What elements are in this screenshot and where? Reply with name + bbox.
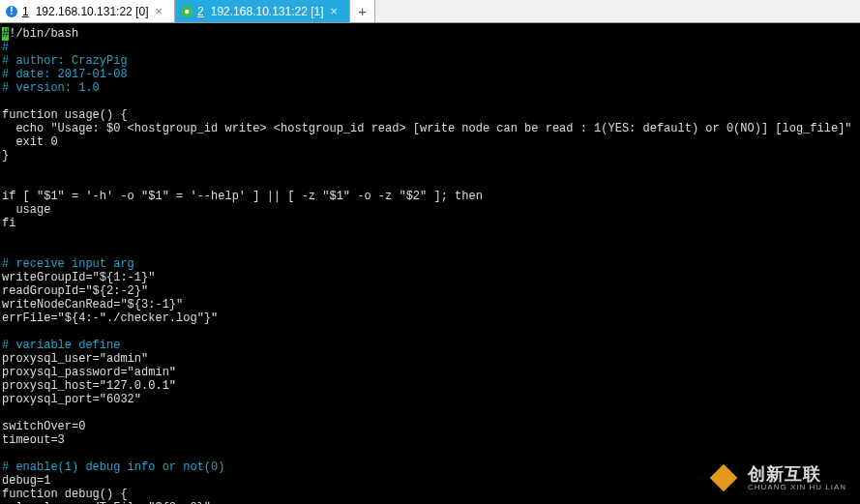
close-icon[interactable]: × [153,4,164,18]
code-line: # variable define [2,339,120,352]
status-dot-icon: ! [6,6,17,17]
tab-1[interactable]: ! 1 192.168.10.131:22 [0] × [0,0,175,22]
code-line: } [2,149,9,163]
code-line: # version: 1.0 [2,81,100,95]
code-line: if [ "$1" = '-h' -o "$1" = '--help' ] ||… [2,190,483,203]
code-line: proxysql_user="admin" [2,352,148,366]
tab-index: 2 [197,5,204,18]
code-line: writeGroupId="${1:-1}" [2,271,155,284]
code-line: exit 0 [2,135,58,149]
tab-index: 1 [22,5,29,18]
code-line: function usage() { [2,108,128,122]
code-line: switchOver=0 [2,420,85,433]
tab-label: 192.168.10.131:22 [1] [211,5,324,18]
code-line: # enable(1) debug info or not(0) [2,460,224,474]
watermark-logo: 创新互联 CHUANG XIN HU LIAN [707,461,846,494]
code-line: usage [2,203,50,217]
code-line: timeout=3 [2,433,65,447]
close-icon[interactable]: × [329,4,341,18]
code-line: fi [2,217,15,230]
code-line: # receive input arg [2,257,134,271]
code-line: proxysql_host="127.0.0.1" [2,379,176,393]
status-dot-icon: ● [181,6,193,17]
code-line: proxysql_password="admin" [2,366,176,379]
code-line: !/bin/bash [9,27,78,41]
tab-label: 192.168.10.131:22 [0] [36,5,149,18]
code-line: debug=1 [2,474,50,488]
code-line: # [2,41,9,54]
terminal-output[interactable]: #!/bin/bash # # author: CrazyPig # date:… [0,23,860,504]
logo-icon [707,461,740,494]
code-line: proxysql_port="6032" [2,393,141,406]
code-line: writeNodeCanRead="${3:-1}" [2,298,183,311]
code-line: errFile="${4:-"./checker.log"}" [2,311,218,325]
code-line: # author: CrazyPig [2,54,128,68]
code-line: function debug() { [2,488,128,501]
code-line: # date: 2017-01-08 [2,68,128,81]
logo-text-cn: 创新互联 [748,465,846,483]
code-line: echo "Usage: $0 <hostgroup_id write> <ho… [2,122,852,135]
new-tab-button[interactable]: + [350,0,375,22]
logo-text-pinyin: CHUANG XIN HU LIAN [748,483,846,491]
tab-2[interactable]: ● 2 192.168.10.131:22 [1] × [175,0,350,22]
code-line: readGroupId="${2:-2}" [2,284,148,298]
tab-bar: ! 1 192.168.10.131:22 [0] × ● 2 192.168.… [0,0,860,23]
